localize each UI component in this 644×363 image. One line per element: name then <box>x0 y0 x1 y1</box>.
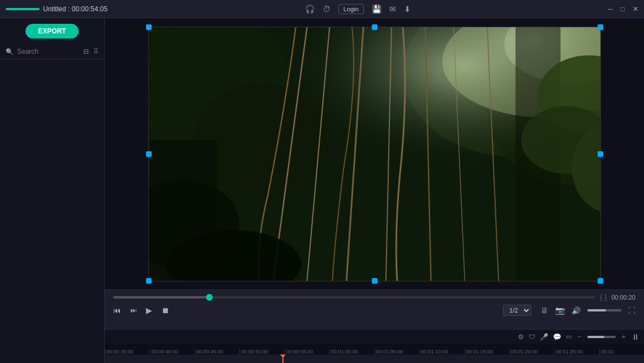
search-icon: 🔍 <box>6 48 14 55</box>
filter-icon[interactable]: ⊟ <box>83 48 89 55</box>
center-content: { } 00:00:20 ⏮ ⏭ ▶ ⏹ 1/2 🖥 📷 🔊 <box>105 18 644 363</box>
login-button[interactable]: Login <box>338 4 364 14</box>
skip-to-start-button[interactable]: ⏮ <box>113 306 121 315</box>
timeline: ⚙ 🛡 🎤 💬 ▭ － ＋ ⏸ 00:00:35:00 00:00:40:00 <box>105 329 644 363</box>
progress-bar <box>6 8 40 10</box>
tick-7: 00:01:05:00 <box>375 349 419 355</box>
caption-icon[interactable]: 💬 <box>553 333 561 341</box>
vines-svg <box>149 27 600 281</box>
tick-3: 00:00:45:00 <box>195 349 239 355</box>
jungle-background <box>149 27 600 281</box>
sidebar: EXPORT 🔍 ⊟ ⠿ <box>0 18 105 363</box>
video-frame <box>148 27 601 281</box>
tick-12: 00:01: <box>599 349 644 355</box>
download-icon[interactable]: ⬇ <box>404 5 411 14</box>
tick-9: 00:01:15:00 <box>464 349 509 355</box>
progress-row: { } 00:00:20 <box>105 290 644 305</box>
play-button[interactable]: ▶ <box>146 306 152 315</box>
search-input[interactable] <box>17 48 74 55</box>
settings-icon[interactable]: ⚙ <box>518 333 524 341</box>
tick-6: 00:01:00:00 <box>329 349 374 355</box>
progress-fill <box>113 296 209 298</box>
bracket-close: } <box>604 293 607 301</box>
step-back-button[interactable]: ⏭ <box>130 306 137 314</box>
zoom-slider[interactable] <box>587 336 616 338</box>
tick-4: 00:00:50:00 <box>239 349 284 355</box>
time-brackets: { } <box>600 293 607 301</box>
timeline-ruler: 00:00:35:00 00:00:40:00 00:00:45:00 00:0… <box>105 344 644 355</box>
handle-mid-left[interactable] <box>146 151 152 157</box>
timeline-icons: ⚙ 🛡 🎤 💬 ▭ － ＋ ⏸ <box>518 332 639 341</box>
tick-1: 00:00:35:00 <box>105 349 149 355</box>
subtitle-icon[interactable]: ▭ <box>566 333 572 340</box>
maximize-button[interactable]: □ <box>621 5 625 13</box>
tick-8: 00:01:10:00 <box>419 349 464 355</box>
tick-10: 00:01:20:00 <box>509 349 554 355</box>
shield-icon[interactable]: 🛡 <box>529 333 535 341</box>
clock-icon[interactable]: ⏱ <box>323 5 330 14</box>
playhead <box>282 355 284 363</box>
handle-top-right[interactable] <box>598 24 603 30</box>
search-bar: 🔍 ⊟ ⠿ <box>0 44 104 59</box>
quality-select[interactable]: 1/2 <box>503 305 531 316</box>
ruler-marks: 00:00:35:00 00:00:40:00 00:00:45:00 00:0… <box>105 349 644 355</box>
grid-icon[interactable]: ⠿ <box>93 48 98 55</box>
pause-icon[interactable]: ⏸ <box>632 332 639 341</box>
title-bar: Untitled : 00:00:54:05 🎧 ⏱ Login 💾 ✉ ⬇ ─… <box>0 0 644 18</box>
progress-thumb[interactable] <box>206 294 213 301</box>
sidebar-content <box>0 59 104 363</box>
export-button[interactable]: EXPORT <box>25 24 78 39</box>
handle-bottom-mid[interactable] <box>372 278 377 284</box>
time-end: 00:00:20 <box>611 294 636 301</box>
camera-icon[interactable]: 📷 <box>555 306 565 315</box>
handle-mid-right[interactable] <box>598 151 603 157</box>
search-action-icons: ⊟ ⠿ <box>83 48 98 55</box>
handle-top-left[interactable] <box>146 24 152 30</box>
window-controls: ─ □ ✕ <box>608 5 638 13</box>
right-controls: 🖥 📷 🔊 ⛶ <box>540 306 636 315</box>
video-preview <box>105 18 644 289</box>
timeline-track <box>105 355 644 363</box>
headphone-icon[interactable]: 🎧 <box>305 5 315 14</box>
monitor-icon[interactable]: 🖥 <box>540 306 548 315</box>
playback-bar: { } 00:00:20 ⏮ ⏭ ▶ ⏹ 1/2 🖥 📷 🔊 <box>105 289 644 329</box>
timeline-top: ⚙ 🛡 🎤 💬 ▭ － ＋ ⏸ <box>105 330 644 344</box>
close-button[interactable]: ✕ <box>633 5 638 13</box>
controls-row: ⏮ ⏭ ▶ ⏹ 1/2 🖥 📷 🔊 ⛶ <box>105 305 644 319</box>
handle-bottom-right[interactable] <box>598 278 603 284</box>
main-layout: EXPORT 🔍 ⊟ ⠿ <box>0 18 644 363</box>
mail-icon[interactable]: ✉ <box>389 5 396 14</box>
volume-icon[interactable]: 🔊 <box>572 306 581 315</box>
zoom-in-icon[interactable]: ＋ <box>620 332 627 341</box>
minimize-button[interactable]: ─ <box>608 5 613 13</box>
tick-11: 00:01:25:00 <box>554 349 599 355</box>
window-title: Untitled : 00:00:54:05 <box>43 5 108 13</box>
bracket-open: { <box>600 293 602 301</box>
handle-bottom-left[interactable] <box>146 278 152 284</box>
tick-2: 00:00:40:00 <box>149 349 194 355</box>
save-icon[interactable]: 💾 <box>372 5 381 14</box>
stop-button[interactable]: ⏹ <box>161 306 169 315</box>
zoom-out-icon[interactable]: － <box>576 332 583 341</box>
title-bar-left: Untitled : 00:00:54:05 <box>6 5 108 13</box>
mic-icon[interactable]: 🎤 <box>540 333 548 341</box>
progress-track[interactable] <box>113 296 595 298</box>
volume-slider[interactable] <box>587 309 621 311</box>
volume-fill <box>587 309 606 311</box>
title-bar-icons: 🎧 ⏱ Login 💾 ✉ ⬇ <box>305 4 411 14</box>
fullscreen-icon[interactable]: ⛶ <box>628 306 636 315</box>
tick-5: 00:00:55:00 <box>285 349 329 355</box>
handle-top-mid[interactable] <box>372 24 377 30</box>
